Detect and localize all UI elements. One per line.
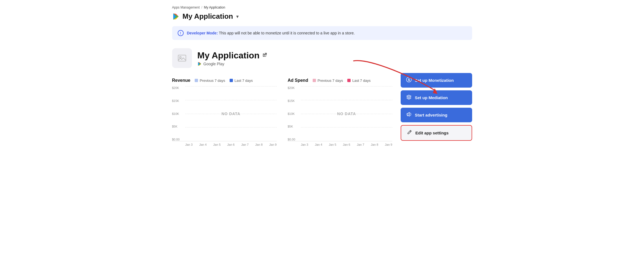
developer-mode-banner: ! Developer Mode: This app will not be a… xyxy=(172,26,472,40)
edit-icon xyxy=(407,129,412,136)
store-name: Google Play xyxy=(203,62,224,66)
legend-dot-prev-spend xyxy=(313,79,316,82)
ad-spend-grid: NO DATA xyxy=(301,86,392,141)
dollar-icon: $ xyxy=(406,77,412,84)
revenue-last-label: Last 7 days xyxy=(235,79,253,83)
setup-monetization-button[interactable]: $ Set up Monetization xyxy=(401,73,472,88)
ad-spend-legend-prev: Previous 7 days xyxy=(313,79,343,83)
app-name-label: My Application xyxy=(197,50,260,61)
revenue-chart: Revenue Previous 7 days Last 7 days $20K xyxy=(172,78,277,146)
ad-spend-last-label: Last 7 days xyxy=(352,79,371,83)
setup-mediation-label: Set up Mediation xyxy=(415,95,448,100)
action-buttons: $ Set up Monetization Set up Mediation xyxy=(401,48,472,141)
placeholder-icon xyxy=(178,54,186,63)
banner-bold: Developer Mode: xyxy=(187,31,218,35)
chevron-down-icon[interactable]: ▾ xyxy=(236,13,239,20)
app-title: My Application xyxy=(183,12,233,21)
ad-spend-x-labels: Jan 3 Jan 4 Jan 5 Jan 6 Jan 7 Jan 8 Jan … xyxy=(288,143,392,146)
banner-text: Developer Mode: This app will not be abl… xyxy=(187,31,355,35)
revenue-chart-header: Revenue Previous 7 days Last 7 days xyxy=(172,78,277,83)
svg-text:$: $ xyxy=(408,78,410,82)
app-thumbnail xyxy=(172,48,192,68)
start-advertising-button[interactable]: Start advertising xyxy=(401,108,472,122)
app-title-row: My Application ▾ xyxy=(172,12,472,21)
ad-spend-chart-area: $20K $15K $10K $5K $0.00 NO D xyxy=(288,86,392,141)
start-advertising-label: Start advertising xyxy=(415,113,447,117)
breadcrumb-separator: / xyxy=(201,6,202,9)
revenue-legend-prev: Previous 7 days xyxy=(195,79,225,83)
layers-icon xyxy=(406,94,412,101)
ad-spend-title: Ad Spend xyxy=(288,78,308,83)
edit-app-settings-button[interactable]: Edit app settings xyxy=(401,125,472,141)
legend-dot-prev-rev xyxy=(195,79,198,82)
revenue-title: Revenue xyxy=(172,78,191,83)
app-name-block: My Application xyxy=(197,50,267,66)
edit-app-settings-label: Edit app settings xyxy=(415,131,449,135)
main-content: My Application xyxy=(172,48,472,146)
ad-spend-no-data: NO DATA xyxy=(337,112,356,116)
legend-dot-last-rev xyxy=(230,79,233,82)
setup-mediation-button[interactable]: Set up Mediation xyxy=(401,90,472,105)
revenue-no-data: NO DATA xyxy=(221,112,240,116)
ad-spend-prev-label: Previous 7 days xyxy=(318,79,343,83)
revenue-grid: NO DATA xyxy=(185,86,277,141)
banner-message: This app will not be able to monetize un… xyxy=(219,31,355,35)
ad-spend-chart: Ad Spend Previous 7 days Last 7 days $20… xyxy=(288,78,392,146)
info-icon: ! xyxy=(178,30,184,36)
charts-row: Revenue Previous 7 days Last 7 days $20K xyxy=(172,78,392,146)
ad-spend-chart-header: Ad Spend Previous 7 days Last 7 days xyxy=(288,78,392,83)
svg-rect-4 xyxy=(178,55,186,61)
megaphone-icon xyxy=(406,112,412,118)
setup-monetization-label: Set up Monetization xyxy=(415,78,454,83)
ad-spend-legend-last: Last 7 days xyxy=(347,79,371,83)
legend-dot-last-spend xyxy=(347,79,351,82)
left-side: My Application xyxy=(172,48,392,146)
app-store-row: Google Play xyxy=(197,62,267,66)
revenue-x-labels: Jan 3 Jan 4 Jan 5 Jan 6 Jan 7 Jan 8 Jan … xyxy=(172,143,277,146)
external-link-icon[interactable] xyxy=(262,52,267,59)
google-play-small-icon xyxy=(197,62,202,66)
revenue-chart-area: $20K $15K $10K $5K $0.00 NO D xyxy=(172,86,277,141)
breadcrumb: Apps Management / My Application xyxy=(172,6,472,9)
revenue-prev-label: Previous 7 days xyxy=(200,79,225,83)
google-play-icon xyxy=(172,13,180,20)
revenue-legend-last: Last 7 days xyxy=(230,79,253,83)
breadcrumb-current: My Application xyxy=(204,6,225,9)
ad-spend-y-labels: $20K $15K $10K $5K $0.00 xyxy=(288,86,299,141)
revenue-y-labels: $20K $15K $10K $5K $0.00 xyxy=(172,86,184,141)
app-name-main: My Application xyxy=(197,50,267,61)
app-info-row: My Application xyxy=(172,48,392,68)
breadcrumb-parent[interactable]: Apps Management xyxy=(172,6,200,9)
